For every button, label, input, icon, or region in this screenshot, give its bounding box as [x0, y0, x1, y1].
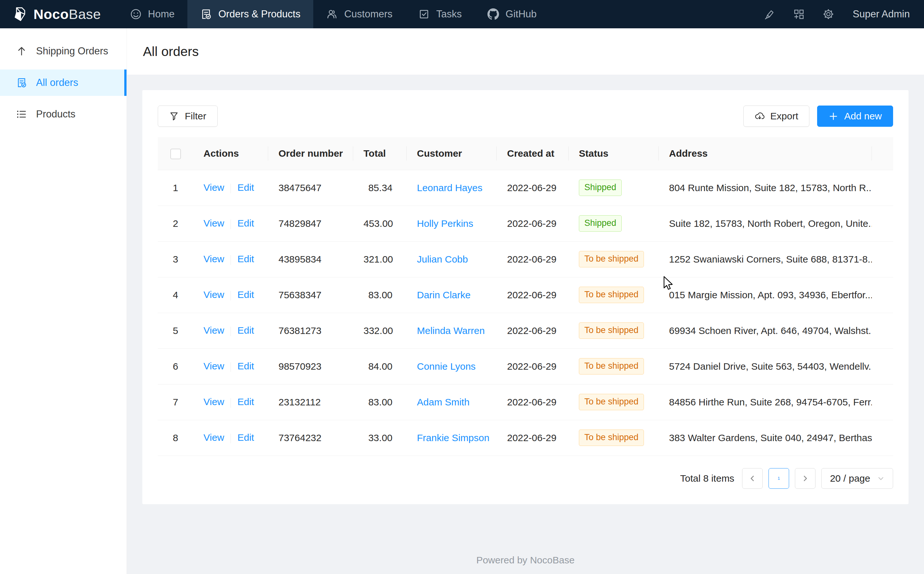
link-divider: [231, 434, 231, 443]
edit-link[interactable]: Edit: [237, 361, 254, 371]
column-header-actions: Actions: [193, 137, 268, 170]
view-link[interactable]: View: [204, 396, 224, 407]
page-title: All orders: [143, 44, 199, 59]
pagination-page-1[interactable]: 1: [769, 468, 789, 489]
export-button[interactable]: Export: [743, 106, 810, 127]
spacer-cell: [872, 348, 893, 384]
customer-link[interactable]: Adam Smith: [417, 397, 469, 407]
customer-link[interactable]: Julian Cobb: [417, 254, 468, 265]
nav-tab-github[interactable]: GitHub: [475, 0, 549, 28]
table-row: 2 ViewEdit 74829847 453.00 Holly Perkins…: [158, 206, 893, 241]
row-index: 2: [173, 218, 178, 229]
customer-cell: Connie Lyons: [407, 348, 497, 384]
view-link[interactable]: View: [204, 432, 224, 443]
highlighter-icon[interactable]: [754, 8, 784, 20]
customer-link[interactable]: Leonard Hayes: [417, 183, 482, 193]
nav-tab-label: Orders & Products: [218, 8, 300, 20]
status-badge: To be shipped: [579, 322, 644, 339]
top-nav: NocoBase Home: [0, 0, 924, 28]
sidebar-item-all-orders[interactable]: All orders: [0, 69, 126, 96]
spacer-cell: [872, 313, 893, 348]
created-at-cell: 2022-06-29: [497, 277, 569, 313]
order-number-cell: 23132112: [268, 384, 353, 420]
customer-link[interactable]: Holly Perkins: [417, 218, 473, 229]
created-at-cell: 2022-06-29: [497, 384, 569, 420]
actions-cell: ViewEdit: [193, 313, 268, 348]
edit-link[interactable]: Edit: [237, 182, 254, 193]
table-row: 5 ViewEdit 76381273 332.00 Melinda Warre…: [158, 313, 893, 348]
check-square-icon: [418, 8, 430, 20]
table-row: 3 ViewEdit 43895834 321.00 Julian Cobb 2…: [158, 241, 893, 277]
created-at-cell: 2022-06-29: [497, 420, 569, 456]
view-link[interactable]: View: [204, 289, 224, 300]
actions-cell: ViewEdit: [193, 348, 268, 384]
nocobase-logo[interactable]: NocoBase: [0, 0, 117, 28]
table-row: 7 ViewEdit 23132112 83.00 Adam Smith 202…: [158, 384, 893, 420]
address-cell: 383 Walter Gardens, Suite 040, 24947, Be…: [659, 420, 872, 456]
pagination-total: Total 8 items: [680, 473, 734, 484]
list-icon: [16, 109, 27, 120]
chevron-right-icon: [801, 475, 809, 482]
column-header-spacer: [872, 137, 893, 170]
nav-tab-label: Customers: [344, 8, 392, 20]
sidebar-item-shipping-orders[interactable]: Shipping Orders: [0, 38, 126, 65]
page-size-value: 20 / page: [830, 473, 870, 484]
actions-cell: ViewEdit: [193, 206, 268, 241]
sidebar-item-label: All orders: [36, 77, 78, 88]
add-new-button-label: Add new: [844, 111, 882, 121]
select-all-checkbox[interactable]: [170, 149, 181, 159]
link-divider: [231, 398, 231, 408]
pagination: Total 8 items 1 20 / page: [158, 468, 893, 489]
nav-tab-orders-products[interactable]: Orders & Products: [187, 0, 313, 28]
pagination-prev-button[interactable]: [742, 468, 763, 489]
table-row: 4 ViewEdit 75638347 83.00 Darin Clarke 2…: [158, 277, 893, 313]
view-link[interactable]: View: [204, 361, 224, 371]
user-menu[interactable]: Super Admin: [853, 8, 910, 20]
filter-icon: [169, 111, 179, 121]
content-area: Filter Export: [127, 75, 924, 520]
total-cell: 332.00: [353, 313, 407, 348]
view-link[interactable]: View: [204, 325, 224, 336]
page-size-select[interactable]: 20 / page: [821, 468, 893, 489]
column-header-total: Total: [353, 137, 407, 170]
view-link[interactable]: View: [204, 254, 224, 264]
status-badge: Shipped: [579, 215, 622, 231]
edit-link[interactable]: Edit: [237, 254, 254, 264]
github-icon: [487, 8, 499, 20]
customer-link[interactable]: Darin Clarke: [417, 290, 471, 300]
nav-tab-home[interactable]: Home: [117, 0, 188, 28]
status-badge: To be shipped: [579, 358, 644, 374]
status-badge: To be shipped: [579, 287, 644, 303]
created-at-cell: 2022-06-29: [497, 313, 569, 348]
customer-link[interactable]: Connie Lyons: [417, 361, 475, 372]
nav-tab-tasks[interactable]: Tasks: [405, 0, 475, 28]
blocks-plus-icon[interactable]: [784, 8, 813, 20]
filter-button[interactable]: Filter: [158, 106, 218, 127]
row-index: 8: [173, 432, 178, 443]
edit-link[interactable]: Edit: [237, 396, 254, 407]
customer-cell: Leonard Hayes: [407, 170, 497, 206]
column-header-order-number: Order number: [268, 137, 353, 170]
add-new-button[interactable]: Add new: [817, 106, 893, 127]
edit-link[interactable]: Edit: [237, 325, 254, 336]
nav-tabs: Home Orders & Products: [117, 0, 550, 28]
edit-link[interactable]: Edit: [237, 432, 254, 443]
address-cell: 69934 Schoen River, Apt. 646, 49704, Wal…: [659, 313, 872, 348]
actions-cell: ViewEdit: [193, 241, 268, 277]
row-index: 5: [173, 325, 178, 336]
edit-link[interactable]: Edit: [237, 218, 254, 229]
view-link[interactable]: View: [204, 218, 224, 229]
column-header-status: Status: [569, 137, 659, 170]
view-link[interactable]: View: [204, 182, 224, 193]
edit-link[interactable]: Edit: [237, 289, 254, 300]
gear-icon[interactable]: [813, 8, 843, 20]
nav-tab-customers[interactable]: Customers: [313, 0, 405, 28]
sidebar-item-products[interactable]: Products: [0, 101, 126, 128]
customer-link[interactable]: Frankie Simpson: [417, 432, 490, 443]
order-number-cell: 43895834: [268, 241, 353, 277]
status-cell: To be shipped: [569, 384, 659, 420]
pagination-next-button[interactable]: [795, 468, 815, 489]
address-cell: Suite 182, 15783, North Robert, Oregon, …: [659, 206, 872, 241]
customer-link[interactable]: Melinda Warren: [417, 325, 485, 336]
total-cell: 84.00: [353, 348, 407, 384]
